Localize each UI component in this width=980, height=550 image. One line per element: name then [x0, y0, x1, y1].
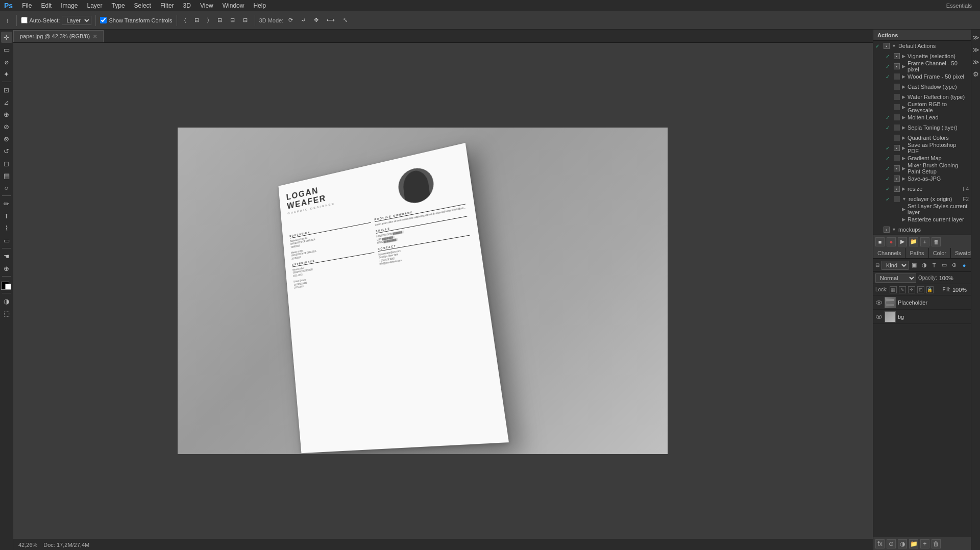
magic-wand-tool[interactable]: ✦	[1, 68, 12, 80]
action-molten-lead[interactable]: ✓ ▶ Molten Lead	[873, 112, 971, 122]
dodge-tool[interactable]: ○	[1, 182, 12, 193]
layer-item-bg[interactable]: bg	[873, 310, 971, 324]
quick-mask-btn[interactable]: ◑	[1, 295, 12, 307]
tab-color[interactable]: Color	[929, 248, 951, 258]
document-tab[interactable]: paper.jpg @ 42,3% (RGB/8) ✕	[13, 30, 104, 42]
path-select-tool[interactable]: ⌇	[1, 222, 12, 234]
filter-adjustment-btn[interactable]: ◑	[920, 261, 929, 270]
pen-tool[interactable]: ✏	[1, 198, 12, 209]
auto-select-wrap[interactable]: Auto-Select:	[21, 17, 60, 23]
filter-smart-btn[interactable]: ⊕	[950, 261, 959, 270]
lock-position-btn[interactable]: ✛	[908, 286, 915, 293]
lock-image-btn[interactable]: ✎	[899, 286, 906, 293]
record-btn[interactable]: ●	[887, 237, 896, 246]
layer-item-placeholder[interactable]: Placeholder	[873, 295, 971, 310]
collapse-icon-1[interactable]: ≫	[970, 32, 981, 43]
add-mask-btn[interactable]: ⊙	[887, 539, 896, 548]
collapse-icon-2[interactable]: ≫	[970, 44, 981, 55]
menu-window[interactable]: Window	[218, 1, 249, 10]
3d-slide-btn[interactable]: ⟷	[324, 15, 338, 25]
menu-type[interactable]: Type	[108, 1, 129, 10]
menu-view[interactable]: View	[196, 1, 217, 10]
menu-filter[interactable]: Filter	[156, 1, 178, 10]
new-action-folder-btn[interactable]: 📁	[909, 237, 918, 246]
action-quadrant[interactable]: ✓ ▶ Quadrant Colors	[873, 133, 971, 143]
action-sepia[interactable]: ✓ ▶ Sepia Toning (layer)	[873, 122, 971, 133]
align-bottom-btn[interactable]: ⊟	[240, 15, 251, 25]
filter-toggle-btn[interactable]: ●	[960, 261, 969, 270]
layer-visibility-placeholder[interactable]	[875, 299, 883, 306]
delete-layer-btn[interactable]: 🗑	[932, 539, 941, 548]
action-resize[interactable]: ✓ ▪ ▶ resize F4	[873, 184, 971, 194]
canvas-area[interactable]: LOGANWEAFER GRAPHIC DESIGNER	[13, 43, 873, 539]
filter-shape-btn[interactable]: ▭	[940, 261, 949, 270]
menu-3d[interactable]: 3D	[179, 1, 195, 10]
align-center-v-btn[interactable]: ⊟	[227, 15, 238, 25]
tab-channels[interactable]: Channels	[873, 248, 905, 258]
action-default-actions[interactable]: ✓ ▪ ▼ Default Actions	[873, 41, 971, 51]
tab-swatches[interactable]: Swatches	[951, 248, 971, 258]
new-fill-btn[interactable]: ◑	[898, 539, 907, 548]
action-custom-rgb[interactable]: ✓ ▶ Custom RGB to Grayscale	[873, 102, 971, 112]
action-vignette[interactable]: ✓ ▪ ▶ Vignette (selection)	[873, 51, 971, 61]
zoom-tool[interactable]: ⊕	[1, 263, 12, 274]
lock-artboard-btn[interactable]: ⊡	[917, 286, 924, 293]
action-rasterize[interactable]: ✓ ▶ Rasterize current layer	[873, 214, 971, 224]
history-brush-tool[interactable]: ↺	[1, 145, 12, 157]
new-group-btn[interactable]: 📁	[909, 539, 918, 548]
stop-btn[interactable]: ■	[875, 237, 885, 246]
menu-help[interactable]: Help	[249, 1, 270, 10]
eraser-tool[interactable]: ◻	[1, 158, 12, 169]
brush-tool[interactable]: ⊘	[1, 121, 12, 132]
layer-type-select[interactable]: Layer	[62, 16, 91, 25]
action-save-pdf[interactable]: ✓ ▪ ▶ Save as Photoshop PDF	[873, 143, 971, 153]
align-left-btn[interactable]: 〈	[181, 15, 189, 25]
eyedropper-tool[interactable]: ⊿	[1, 96, 12, 108]
layer-visibility-bg[interactable]	[875, 313, 883, 320]
select-rect-tool[interactable]: ▭	[1, 44, 12, 55]
transform-controls-wrap[interactable]: Show Transform Controls	[100, 17, 172, 23]
filter-type-btn[interactable]: T	[929, 261, 939, 270]
clone-stamp-tool[interactable]: ⊗	[1, 133, 12, 144]
transform-controls-checkbox[interactable]	[100, 17, 107, 23]
lasso-tool[interactable]: ⌀	[1, 56, 12, 67]
background-color[interactable]	[5, 284, 11, 290]
hand-tool[interactable]: ☚	[1, 251, 12, 262]
3d-scale-btn[interactable]: ⤡	[340, 15, 351, 25]
3d-pan-btn[interactable]: ✥	[311, 15, 322, 25]
menu-edit[interactable]: Edit	[37, 1, 56, 10]
type-tool[interactable]: T	[1, 210, 12, 221]
gradient-tool[interactable]: ▤	[1, 170, 12, 181]
menu-file[interactable]: File	[18, 1, 36, 10]
3d-roll-btn[interactable]: ⤾	[298, 15, 309, 25]
action-gradient-map[interactable]: ✓ ▶ Gradient Map	[873, 153, 971, 163]
blend-mode-select[interactable]: Normal	[875, 273, 916, 283]
play-btn[interactable]: ▶	[898, 237, 907, 246]
action-frame-channel[interactable]: ✓ ▪ ▶ Frame Channel - 50 pixel	[873, 61, 971, 71]
action-redlayer[interactable]: ✓ ▼ redlayer (x origin) F2	[873, 194, 971, 204]
lock-transparent-btn[interactable]: ▦	[890, 286, 897, 293]
align-top-btn[interactable]: ⊟	[214, 15, 225, 25]
spot-heal-tool[interactable]: ⊕	[1, 109, 12, 120]
delete-action-btn[interactable]: 🗑	[932, 237, 941, 246]
menu-image[interactable]: Image	[57, 1, 82, 10]
foreground-background-colors[interactable]	[1, 280, 12, 291]
3d-rotate-btn[interactable]: ⟳	[285, 15, 296, 25]
crop-tool[interactable]: ⊡	[1, 84, 12, 95]
action-save-jpg[interactable]: ✓ ▪ ▶ Save-as-JPG	[873, 173, 971, 184]
add-style-btn[interactable]: fx	[875, 539, 885, 548]
collapse-icon-3[interactable]: ≫	[970, 56, 981, 67]
new-layer-btn[interactable]: +	[920, 539, 929, 548]
tab-paths[interactable]: Paths	[905, 248, 928, 258]
auto-select-checkbox[interactable]	[21, 17, 28, 23]
action-mixer-brush[interactable]: ✓ ▪ ▶ Mixer Brush Cloning Paint Setup	[873, 163, 971, 173]
filter-pixel-btn[interactable]: ▣	[910, 261, 919, 270]
action-mockups[interactable]: ✓ ▪ ▼ mockups	[873, 224, 971, 235]
action-set-layer-styles[interactable]: ✓ ▶ Set Layer Styles current layer	[873, 204, 971, 214]
align-center-h-btn[interactable]: ⊟	[191, 15, 202, 25]
new-action-btn[interactable]: +	[920, 237, 929, 246]
action-wood-frame[interactable]: ✓ ▶ Wood Frame - 50 pixel	[873, 71, 971, 82]
tab-close-btn[interactable]: ✕	[93, 34, 97, 39]
align-right-btn[interactable]: 〉	[204, 15, 212, 25]
lock-all-btn[interactable]: 🔒	[926, 286, 934, 293]
